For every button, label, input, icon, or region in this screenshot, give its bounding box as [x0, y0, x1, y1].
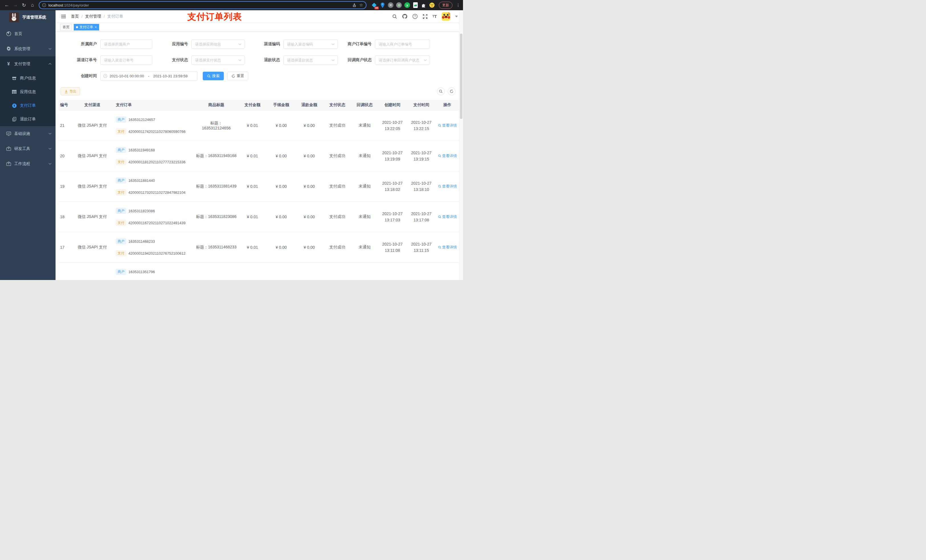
- cell-amount: ¥ 0.01: [238, 214, 267, 219]
- app-input[interactable]: [195, 42, 237, 47]
- cell-status: 支付成功: [323, 123, 351, 128]
- avatar-caret-icon[interactable]: [455, 16, 458, 17]
- close-icon[interactable]: ×: [95, 26, 97, 29]
- sidebar-item-merchant-info[interactable]: 商户信息: [0, 71, 56, 85]
- profile-emoji-icon[interactable]: [429, 2, 435, 8]
- tab-pay-order[interactable]: 支付订单 ×: [74, 24, 99, 30]
- reset-button[interactable]: 重置: [227, 72, 248, 80]
- chevron-down-icon: [238, 43, 242, 45]
- page-scrollbar[interactable]: [459, 10, 463, 280]
- search-button[interactable]: 搜索: [203, 72, 224, 80]
- channel-order-no-input[interactable]: [103, 58, 149, 63]
- view-detail-link[interactable]: 查看详情: [438, 245, 457, 250]
- extension-command-icon[interactable]: ⌘: [387, 2, 394, 8]
- browser-reload-icon[interactable]: ↻: [20, 1, 28, 9]
- chevron-down-icon: [238, 59, 242, 61]
- extension-gray-dot-icon[interactable]: [396, 2, 402, 8]
- table-row[interactable]: 21 微信 JSAPI 支付 商户 1635312124657 支付: [58, 110, 459, 141]
- view-detail-link[interactable]: 查看详情: [438, 184, 457, 189]
- date-range-picker[interactable]: 2021-10-01 00:00:00 - 2021-10-31 23:59:5…: [100, 71, 198, 80]
- user-avatar[interactable]: [442, 12, 450, 21]
- sidebar-item-home[interactable]: 首页: [0, 26, 56, 41]
- github-icon[interactable]: [402, 14, 407, 19]
- tab-home[interactable]: 首页: [60, 24, 72, 30]
- sidebar-item-label: 首页: [14, 31, 51, 36]
- channel-order-no-field[interactable]: [100, 56, 152, 65]
- view-detail-link[interactable]: 查看详情: [438, 214, 457, 219]
- breadcrumb-separator: /: [104, 14, 105, 19]
- cell-amount: ¥ 0.01: [238, 154, 267, 158]
- sidebar-item-system[interactable]: 系统管理: [0, 41, 56, 56]
- sidebar-item-devtools[interactable]: 研发工具: [0, 141, 56, 156]
- merchant-order-no-input[interactable]: [378, 42, 427, 47]
- cell-channel: 微信 JSAPI 支付: [71, 245, 113, 250]
- table-row[interactable]: 商户 1635311351796: [58, 263, 459, 280]
- sidebar-item-refund-order[interactable]: 退款订单: [0, 112, 56, 126]
- channel-code-select[interactable]: [283, 39, 338, 49]
- breadcrumb-home[interactable]: 首页: [71, 14, 79, 19]
- browser-menu-icon[interactable]: ⋮: [456, 3, 460, 8]
- search-icon[interactable]: [392, 14, 397, 19]
- extension-green-doc-icon[interactable]: [412, 2, 419, 8]
- extension-y-icon[interactable]: y: [404, 2, 410, 8]
- merchant-order-no-field[interactable]: [375, 39, 430, 49]
- extensions-puzzle-icon[interactable]: [421, 2, 427, 8]
- create-time: 13:17:03: [379, 217, 406, 223]
- chevron-down-icon: [331, 43, 334, 45]
- pay-date: 2021-10-27: [408, 180, 434, 186]
- pay-status-input[interactable]: [195, 58, 237, 63]
- view-detail-label: 查看详情: [442, 214, 457, 219]
- fullscreen-icon[interactable]: [422, 14, 428, 19]
- extension-diamond-icon[interactable]: 10: [371, 2, 377, 8]
- view-detail-link[interactable]: 查看详情: [438, 123, 457, 128]
- bookmark-star-icon[interactable]: ☆: [359, 3, 363, 8]
- browser-home-icon[interactable]: ⌂: [29, 1, 36, 9]
- pay-date: 2021-10-27: [408, 150, 434, 156]
- view-detail-link[interactable]: 查看详情: [438, 153, 457, 158]
- scrollbar-thumb[interactable]: [460, 33, 462, 119]
- pay-date: 2021-10-27: [408, 211, 434, 217]
- table-row[interactable]: 20 微信 JSAPI 支付 商户 1635311949168 支付: [58, 141, 459, 171]
- cell-fee: ¥ 0.00: [267, 184, 295, 189]
- sidebar-item-payment[interactable]: ¥ 支付管理: [0, 56, 56, 71]
- cell-title: 标题：1635311823086: [195, 214, 238, 219]
- merchant-input[interactable]: [103, 42, 149, 47]
- table-row[interactable]: 19 微信 JSAPI 支付 商户 1635311881440 支付: [58, 171, 459, 202]
- sidebar-toggle-icon[interactable]: [61, 15, 66, 18]
- app-select[interactable]: [191, 39, 245, 49]
- help-icon[interactable]: ?: [412, 14, 418, 19]
- browser-forward-icon[interactable]: →: [11, 1, 20, 9]
- toggle-search-button[interactable]: [437, 88, 445, 95]
- header-pay-time: 支付时间: [407, 103, 436, 107]
- sidebar-item-app-info[interactable]: 应用信息: [0, 85, 56, 99]
- font-size-icon[interactable]: TT: [433, 14, 437, 19]
- pay-time: 13:17:08: [408, 217, 434, 223]
- refresh-button[interactable]: [448, 88, 455, 95]
- browser-back-icon[interactable]: ←: [3, 1, 11, 9]
- app-frame: 芋道管理系统 首页 系统管理: [0, 10, 463, 280]
- site-info-icon[interactable]: [42, 3, 46, 7]
- svg-text:¥: ¥: [14, 104, 15, 107]
- export-button[interactable]: 导出: [61, 88, 80, 95]
- address-bar[interactable]: localhost:1024/pay/order ☆: [39, 1, 366, 9]
- browser-update-button[interactable]: 更新: [439, 2, 452, 9]
- notify-status-input[interactable]: [378, 58, 422, 63]
- share-icon[interactable]: [352, 3, 357, 8]
- sidebar-item-infra[interactable]: 基础设施: [0, 126, 56, 141]
- pay-status-select[interactable]: [191, 56, 245, 65]
- extension-pin-icon[interactable]: [379, 2, 386, 8]
- breadcrumb-payment[interactable]: 支付管理: [85, 14, 101, 19]
- breadcrumb-current: 支付订单: [107, 14, 123, 19]
- notify-status-select[interactable]: [375, 56, 430, 65]
- sidebar-item-pay-order[interactable]: ¥ 支付订单: [0, 99, 56, 112]
- filter-row-2: 渠道订单号 支付状态 退款状态 回调商户状态: [58, 56, 463, 65]
- merchant-select[interactable]: [100, 39, 152, 49]
- refund-status-input[interactable]: [286, 58, 330, 63]
- channel-code-input[interactable]: [286, 42, 330, 47]
- table-row[interactable]: 18 微信 JSAPI 支付 商户 1635311823086 支付: [58, 202, 459, 232]
- refund-status-select[interactable]: [283, 56, 338, 65]
- sidebar-item-workflow[interactable]: 工作流程: [0, 156, 56, 171]
- table-row[interactable]: 17 微信 JSAPI 支付 商户 1635311468233 支付: [58, 232, 459, 263]
- sidebar-logo[interactable]: 芋道管理系统: [0, 10, 56, 24]
- sidebar-item-label: 退款订单: [20, 117, 36, 122]
